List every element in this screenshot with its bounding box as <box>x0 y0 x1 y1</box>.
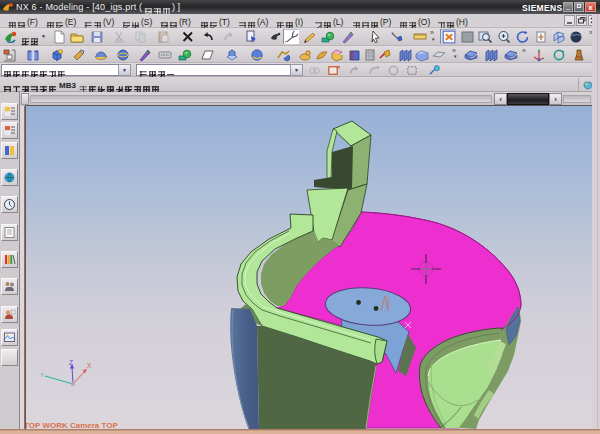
svg-text:Z: Z <box>69 359 73 366</box>
svg-text:Y: Y <box>40 372 44 378</box>
svg-text:X: X <box>87 362 92 369</box>
svg-text:TOP WORK Camera TOP: TOP WORK Camera TOP <box>26 421 118 429</box>
